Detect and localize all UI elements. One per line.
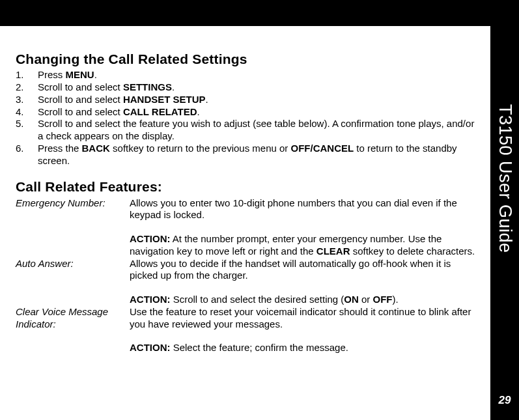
text: ). bbox=[393, 294, 399, 305]
bold: BACK bbox=[82, 143, 110, 154]
step-number: 4. bbox=[16, 106, 38, 119]
step-number: 2. bbox=[16, 81, 38, 94]
step-1: 1. Press MENU. bbox=[16, 69, 479, 81]
feature-desc: Allows you to enter two 10-digit phone n… bbox=[130, 197, 479, 222]
step-5: 5. Scroll to and select the feature you … bbox=[16, 118, 479, 143]
feature-body: Allows you to enter two 10-digit phone n… bbox=[130, 197, 479, 258]
text: . bbox=[172, 81, 175, 92]
feature-action: ACTION: Select the feature; confirm the … bbox=[130, 342, 479, 354]
step-number: 5. bbox=[16, 118, 38, 130]
action-label: ACTION: bbox=[130, 294, 171, 305]
bold: OFF bbox=[373, 294, 393, 305]
step-2: 2. Scroll to and select SETTINGS. bbox=[16, 81, 479, 94]
steps-list: 1. Press MENU. 2. Scroll to and select S… bbox=[16, 69, 479, 167]
text: Scroll to and select the feature you wis… bbox=[38, 118, 474, 141]
bold: MENU bbox=[66, 69, 94, 80]
text: Press bbox=[38, 69, 66, 80]
bold: CALL RELATED bbox=[123, 106, 197, 117]
step-number: 1. bbox=[16, 69, 38, 81]
spacer bbox=[130, 330, 479, 342]
bold: OFF/CANCEL bbox=[291, 143, 354, 154]
heading-call-related-features: Call Related Features: bbox=[16, 178, 479, 195]
text: Press the bbox=[38, 143, 82, 154]
bold: ON bbox=[344, 294, 359, 305]
bold: HANDSET SETUP bbox=[123, 94, 206, 105]
feature-label: Clear Voice Message Indicator: bbox=[16, 306, 130, 331]
spacer bbox=[130, 282, 479, 294]
text: . bbox=[197, 106, 200, 117]
step-text: Scroll to and select the feature you wis… bbox=[38, 118, 479, 143]
feature-label: Auto Answer: bbox=[16, 258, 130, 270]
step-text: Scroll to and select HANDSET SETUP. bbox=[38, 94, 479, 106]
feature-row-emergency: Emergency Number: Allows you to enter tw… bbox=[16, 197, 479, 258]
sidebar: T3150 User Guide 29 bbox=[490, 26, 519, 420]
text: or bbox=[359, 294, 373, 305]
spacer bbox=[130, 221, 479, 233]
bold: SETTINGS bbox=[123, 81, 172, 92]
step-number: 3. bbox=[16, 94, 38, 106]
page: T3150 User Guide 29 Changing the Call Re… bbox=[0, 0, 519, 420]
step-4: 4. Scroll to and select CALL RELATED. bbox=[16, 106, 479, 119]
feature-row-autoanswer: Auto Answer: Allows you to decide if the… bbox=[16, 258, 479, 306]
action-label: ACTION: bbox=[130, 342, 171, 353]
feature-body: Use the feature to reset your voicemail … bbox=[130, 306, 479, 354]
step-3: 3. Scroll to and select HANDSET SETUP. bbox=[16, 94, 479, 106]
text: Select the feature; confirm the message. bbox=[171, 342, 348, 353]
feature-desc: Allows you to decide if the handset will… bbox=[130, 258, 479, 283]
text: Scroll to and select the desired setting… bbox=[171, 294, 344, 305]
features-table: Emergency Number: Allows you to enter tw… bbox=[16, 197, 479, 355]
step-text: Scroll to and select CALL RELATED. bbox=[38, 106, 479, 119]
text: softkey to delete characters. bbox=[350, 245, 475, 257]
text: Scroll to and select bbox=[38, 94, 123, 105]
text: softkey to return to the previous menu o… bbox=[110, 143, 291, 154]
step-text: Scroll to and select SETTINGS. bbox=[38, 81, 479, 94]
step-text: Press MENU. bbox=[38, 69, 479, 81]
feature-row-clearvoice: Clear Voice Message Indicator: Use the f… bbox=[16, 306, 479, 354]
text: . bbox=[206, 94, 208, 105]
step-text: Press the BACK softkey to return to the … bbox=[38, 143, 479, 167]
content-area: Changing the Call Related Settings 1. Pr… bbox=[16, 51, 479, 354]
bold: CLEAR bbox=[316, 245, 350, 257]
page-number: 29 bbox=[490, 394, 519, 407]
feature-label: Emergency Number: bbox=[16, 197, 130, 210]
feature-action: ACTION: Scroll to and select the desired… bbox=[130, 294, 479, 306]
feature-desc: Use the feature to reset your voicemail … bbox=[130, 306, 479, 331]
step-6: 6. Press the BACK softkey to return to t… bbox=[16, 143, 479, 167]
feature-body: Allows you to decide if the handset will… bbox=[130, 258, 479, 306]
step-number: 6. bbox=[16, 143, 38, 155]
text: . bbox=[94, 69, 97, 80]
feature-action: ACTION: At the number prompt, enter your… bbox=[130, 233, 479, 258]
text: Scroll to and select bbox=[38, 81, 123, 92]
guide-title: T3150 User Guide bbox=[495, 104, 515, 253]
heading-changing-settings: Changing the Call Related Settings bbox=[16, 51, 479, 68]
text: Scroll to and select bbox=[38, 106, 123, 117]
top-black-bar bbox=[0, 0, 519, 26]
action-label: ACTION: bbox=[130, 233, 171, 244]
